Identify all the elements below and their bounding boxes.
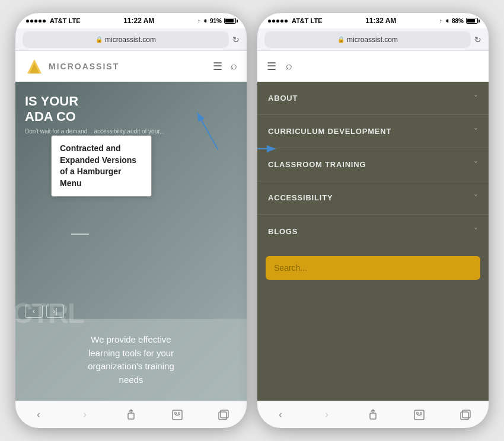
svg-rect-7 (221, 410, 228, 418)
share-button-right[interactable] (350, 401, 396, 428)
chevron-accessibility-icon: ˅ (474, 193, 478, 203)
menu-item-accessibility[interactable]: ACCESSIBILITY ˅ (257, 181, 489, 215)
nav-bar-right: ☰ ⌕ (257, 51, 489, 82)
chevron-classroom-icon: ˅ (474, 160, 478, 170)
menu-item-label-accessibility: ACCESSIBILITY (268, 193, 333, 202)
reload-button-left[interactable]: ↻ (232, 35, 240, 44)
lock-icon-left: 🔒 (95, 36, 103, 43)
forward-button-left[interactable]: › (62, 401, 108, 428)
signal-dot-2 (30, 20, 33, 23)
url-field-left[interactable]: 🔒 microassist.com (23, 31, 229, 48)
time-left: 11:22 AM (123, 17, 154, 25)
svg-point-4 (175, 412, 177, 414)
hero-tagline: We provide effective learning tools for … (25, 333, 237, 386)
chevron-curriculum-icon: ˅ (474, 127, 478, 136)
tabs-button-left[interactable] (200, 401, 247, 428)
svg-point-5 (178, 412, 180, 414)
status-right-right: ↑ ✴ 88% (439, 18, 478, 24)
nav-arrow-icon-right: ↑ (439, 18, 442, 24)
tabs-icon-left (218, 410, 229, 420)
signal-dot-3 (34, 20, 37, 23)
menu-item-blogs[interactable]: BLOGS ˅ (257, 215, 489, 248)
status-right-left: ↑ ✴ 91% (197, 18, 236, 24)
bottom-nav-left: ‹ › (15, 401, 247, 428)
svg-point-11 (420, 412, 422, 414)
menu-item-label-classroom: CLASSROOM TRAINING (268, 160, 366, 169)
battery-bar-right (466, 18, 478, 24)
search-icon-right[interactable]: ⌕ (286, 60, 292, 72)
svg-rect-6 (219, 412, 227, 420)
share-button-left[interactable] (108, 401, 154, 428)
tabs-icon-right (460, 410, 471, 420)
bluetooth-icon: ✴ (203, 18, 208, 24)
signal-dot-4 (39, 20, 42, 23)
status-left: AT&T LTE (26, 17, 81, 24)
annotation-box: Contracted and Expanded Versions of a Ha… (51, 135, 152, 197)
annotation-arrow-right (257, 140, 276, 158)
status-bar-right: AT&T LTE 11:32 AM ↑ ✴ 88% (257, 13, 489, 28)
signal-dot-1 (26, 20, 29, 23)
menu-item-classroom[interactable]: CLASSROOM TRAINING ˅ (257, 148, 489, 181)
lock-icon-right: 🔒 (337, 36, 344, 43)
carrier-right: AT&T LTE (292, 17, 323, 24)
hamburger-menu-icon-right[interactable]: ☰ (267, 60, 276, 73)
tabs-button-right[interactable] (442, 401, 489, 428)
right-phone: AT&T LTE 11:32 AM ↑ ✴ 88% 🔒 microassist.… (257, 13, 489, 428)
expanded-menu: ABOUT ˅ CURRICULUM DEVELOPMENT ˅ CLASSRO… (257, 82, 489, 401)
bookmarks-icon-left (171, 409, 183, 421)
nav-bar-left: MICROASSIST ☰ ⌕ (15, 51, 247, 82)
url-text-left: microassist.com (105, 36, 156, 44)
search-placeholder-text: Search... (274, 263, 307, 273)
signal-dot-5 (43, 20, 46, 23)
svg-point-10 (417, 412, 419, 414)
menu-item-label-blogs: BLOGS (268, 227, 298, 236)
svg-rect-3 (128, 413, 134, 419)
chevron-blogs-icon: ˅ (474, 226, 478, 236)
hero-progress-line (71, 234, 89, 235)
carrier-left: AT&T LTE (50, 17, 81, 24)
url-field-right[interactable]: 🔒 microassist.com (264, 31, 471, 48)
bluetooth-icon-right: ✴ (445, 18, 449, 24)
menu-item-about[interactable]: ABOUT ˅ (257, 82, 489, 115)
back-button-right[interactable]: ‹ (257, 401, 304, 428)
annotation-arrow-left (189, 111, 224, 153)
annotation-text: Contracted and Expanded Versions of a Ha… (60, 143, 136, 188)
hero-bottom-section: We provide effective learning tools for … (15, 319, 247, 401)
hamburger-menu-icon[interactable]: ☰ (213, 60, 222, 73)
logo-text: MICROASSIST (49, 62, 119, 71)
status-left-right: AT&T LTE (268, 17, 323, 24)
nav-icons-left: ☰ ⌕ (213, 60, 237, 73)
bottom-nav-right: ‹ › (257, 401, 489, 428)
microassist-logo-icon (25, 57, 44, 76)
search-bar[interactable]: Search... (266, 256, 480, 280)
menu-item-label-curriculum: CURRICULUM DEVELOPMENT (268, 127, 391, 136)
hero-prev-button[interactable]: ‹ (25, 305, 43, 318)
reload-button-right[interactable]: ↻ (474, 35, 481, 44)
status-bar-left: AT&T LTE 11:22 AM ↑ ✴ 91% (15, 13, 247, 28)
share-icon-right (368, 408, 378, 421)
forward-button-right[interactable]: › (304, 401, 350, 428)
svg-rect-13 (462, 410, 470, 418)
signal-dots-right (268, 20, 288, 23)
bookmarks-icon-right (413, 409, 425, 421)
left-phone: AT&T LTE 11:22 AM ↑ ✴ 91% 🔒 microassist.… (15, 13, 247, 428)
bookmarks-button-left[interactable] (154, 401, 200, 428)
url-text-right: microassist.com (347, 36, 398, 44)
svg-rect-9 (370, 413, 376, 419)
share-icon-left (126, 408, 136, 421)
signal-dots (26, 20, 46, 23)
url-bar-right[interactable]: 🔒 microassist.com ↻ (257, 28, 489, 51)
phone-content-right: ☰ ⌕ ABOU (257, 51, 489, 401)
time-right: 11:32 AM (365, 17, 396, 25)
url-bar-left[interactable]: 🔒 microassist.com ↻ (15, 28, 247, 51)
hero-next-button[interactable]: ›| (46, 305, 64, 318)
logo-area: MICROASSIST (25, 57, 119, 76)
hero-nav-buttons: ‹ ›| (25, 305, 64, 318)
chevron-about-icon: ˅ (474, 94, 478, 103)
back-button-left[interactable]: ‹ (15, 401, 62, 428)
search-icon-left[interactable]: ⌕ (231, 60, 237, 72)
bookmarks-button-right[interactable] (396, 401, 442, 428)
battery-percent-left: 91% (210, 18, 222, 24)
navigation-arrow-icon: ↑ (197, 18, 200, 24)
menu-item-curriculum[interactable]: CURRICULUM DEVELOPMENT ˅ (257, 115, 489, 148)
